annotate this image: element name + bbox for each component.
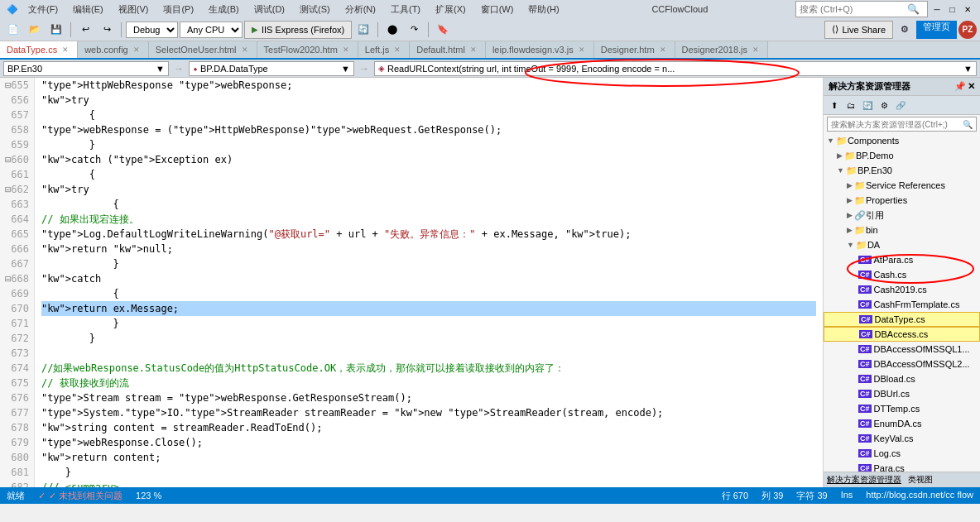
method-selector[interactable]: ◈ ReadURLContext(string url, int timeOut… (374, 61, 977, 76)
live-share-button[interactable]: ⟨⟩ Live Share (824, 21, 893, 39)
collapse-icon-7[interactable]: ⊟ (5, 184, 11, 195)
debug-config-select[interactable]: Debug (126, 22, 178, 38)
tree-item-5[interactable]: ▶ 🔗 引用 (824, 208, 980, 223)
menu-file[interactable]: 文件(F) (23, 1, 63, 17)
editor-tab-4[interactable]: Left.js✕ (358, 41, 410, 58)
editor-tab-3[interactable]: TestFlow2020.htm✕ (257, 41, 358, 58)
menu-debug[interactable]: 调试(D) (249, 1, 290, 17)
tree-item-3[interactable]: ▶ 📁 Service References (824, 178, 980, 193)
tree-item-11[interactable]: C# CashFrmTemplate.cs (824, 297, 980, 312)
refresh-btn[interactable]: 🔄 (353, 21, 373, 39)
tab-close-8[interactable]: ✕ (751, 45, 761, 55)
search-input[interactable] (800, 4, 907, 14)
show-all-btn[interactable]: 🗂 (843, 98, 858, 113)
tree-item-6[interactable]: ▶ 📁 bin (824, 223, 980, 237)
tab-close-1[interactable]: ✕ (132, 45, 142, 55)
breakpoint-btn[interactable]: ⬤ (382, 21, 402, 39)
solution-search-input[interactable] (831, 120, 963, 129)
tree-item-10[interactable]: C# Cash2019.cs (824, 282, 980, 297)
user-avatar[interactable]: PZ (958, 21, 977, 39)
editor-tab-7[interactable]: Designer.htm✕ (594, 41, 675, 58)
code-content[interactable]: "type">HttpWebResponse "type">webRespons… (35, 78, 823, 487)
menu-view[interactable]: 视图(V) (113, 1, 154, 17)
tree-item-18[interactable]: C# DTTemp.cs (824, 401, 980, 416)
close-button[interactable]: ✕ (962, 2, 973, 16)
solution-explorer-tab[interactable]: 解决方案资源管理器 (827, 474, 901, 486)
editor-tab-8[interactable]: Designer2018.js✕ (675, 41, 769, 58)
save-btn[interactable]: 💾 (46, 21, 66, 39)
tree-item-20[interactable]: C# KeyVal.cs (824, 431, 980, 446)
tree-item-4[interactable]: ▶ 📁 Properties (824, 193, 980, 208)
class-selector[interactable]: ⬥ BP.DA.DataType ▼ (189, 61, 354, 76)
tree-item-12[interactable]: C# DataType.cs (824, 312, 980, 327)
menu-test[interactable]: 测试(S) (295, 1, 335, 17)
namespace-selector[interactable]: BP.En30 ▼ (3, 61, 169, 76)
global-search[interactable]: 🔍 (795, 1, 928, 17)
collapse-icon-5[interactable]: ⊟ (5, 154, 11, 165)
tab-close-7[interactable]: ✕ (658, 45, 668, 55)
step-over-btn[interactable]: ↷ (404, 21, 424, 39)
collapse-all-btn[interactable]: ⬆ (827, 98, 842, 113)
menu-build[interactable]: 生成(B) (204, 1, 244, 17)
collapse-icon-13[interactable]: ⊟ (5, 273, 11, 285)
bookmark-btn[interactable]: 🔖 (433, 21, 453, 39)
tree-item-13[interactable]: C# DBAccess.cs (824, 327, 980, 342)
menu-help[interactable]: 帮助(H) (523, 1, 564, 17)
editor-tab-2[interactable]: SelectOneUser.html✕ (149, 41, 257, 58)
zoom-level[interactable]: 123 % (136, 491, 161, 500)
solution-explorer-panel: 解决方案资源管理器 📌 ✕ ⬆ 🗂 🔄 ⚙ 🔗 🔍 ▼ 📁 Components… (823, 78, 980, 487)
refresh-solution-btn[interactable]: 🔄 (860, 98, 875, 113)
menu-tools[interactable]: 工具(T) (386, 1, 425, 17)
pin-icon[interactable]: 📌 (954, 81, 966, 92)
tree-item-1[interactable]: ▶ 📁 BP.Demo (824, 148, 980, 163)
redo-btn[interactable]: ↪ (97, 21, 117, 39)
tree-item-17[interactable]: C# DBUrl.cs (824, 386, 980, 401)
tree-item-16[interactable]: C# DBload.cs (824, 371, 980, 386)
tree-item-7[interactable]: ▼ 📁 DA (824, 237, 980, 252)
menu-edit[interactable]: 编辑(E) (68, 1, 108, 17)
editor-tab-1[interactable]: web.config✕ (78, 41, 149, 58)
minimize-button[interactable]: ─ (931, 2, 943, 16)
run-button[interactable]: ▶ IIS Express (Firefox) (244, 21, 352, 39)
tree-item-15[interactable]: C# DBAccessOfMSSQL2... (824, 357, 980, 371)
solution-search-box[interactable]: 🔍 (827, 117, 977, 132)
maximize-button[interactable]: □ (946, 2, 958, 16)
tree-item-8[interactable]: C# AtPara.cs (824, 252, 980, 267)
open-file-btn[interactable]: 📂 (25, 21, 45, 39)
properties-solution-btn[interactable]: ⚙ (877, 98, 891, 113)
collapse-icon-0[interactable]: ⊟ (5, 79, 11, 91)
editor-tabs: DataType.cs✕web.config✕SelectOneUser.htm… (0, 41, 980, 60)
cpu-target-select[interactable]: Any CPU (180, 22, 243, 38)
menu-window[interactable]: 窗口(W) (476, 1, 519, 17)
tree-item-14[interactable]: C# DBAccessOfMSSQL1... (824, 342, 980, 357)
editor-tab-0[interactable]: DataType.cs✕ (0, 41, 78, 58)
editor-tab-5[interactable]: Default.html✕ (410, 41, 486, 58)
tab-close-3[interactable]: ✕ (341, 45, 351, 55)
code-line-655: "type">HttpWebResponse "type">webRespons… (41, 78, 816, 93)
sync-btn[interactable]: 🔗 (893, 98, 908, 113)
tab-close-5[interactable]: ✕ (468, 45, 478, 55)
undo-btn[interactable]: ↩ (75, 21, 95, 39)
tree-item-22[interactable]: C# Para.cs (824, 461, 980, 472)
class-view-tab[interactable]: 类视图 (908, 474, 933, 486)
menu-project[interactable]: 项目(P) (158, 1, 199, 17)
menu-analyze[interactable]: 分析(N) (340, 1, 381, 17)
menu-extensions[interactable]: 扩展(X) (430, 1, 471, 17)
line-number-23: 678 (5, 420, 29, 435)
tree-item-2[interactable]: ▼ 📁 BP.En30 (824, 163, 980, 178)
tree-item-0[interactable]: ▼ 📁 Components (824, 133, 980, 148)
feedback-button[interactable]: 管理页 (916, 21, 957, 39)
tab-close-0[interactable]: ✕ (60, 45, 70, 55)
tree-item-19[interactable]: C# EnumDA.cs (824, 416, 980, 431)
new-file-btn[interactable]: 📄 (3, 21, 23, 39)
settings-btn[interactable]: ⚙ (895, 21, 915, 39)
close-panel-icon[interactable]: ✕ (968, 81, 975, 92)
editor-tab-6[interactable]: leip.flowdesign.v3.js✕ (486, 41, 594, 58)
tab-close-4[interactable]: ✕ (392, 45, 402, 55)
tab-close-2[interactable]: ✕ (240, 45, 250, 55)
tab-close-6[interactable]: ✕ (577, 45, 587, 55)
liveshare-icon: ⟨⟩ (832, 24, 838, 35)
app-title: CCFlowCloud (651, 4, 708, 14)
tree-item-9[interactable]: C# Cash.cs (824, 267, 980, 282)
tree-item-21[interactable]: C# Log.cs (824, 446, 980, 461)
